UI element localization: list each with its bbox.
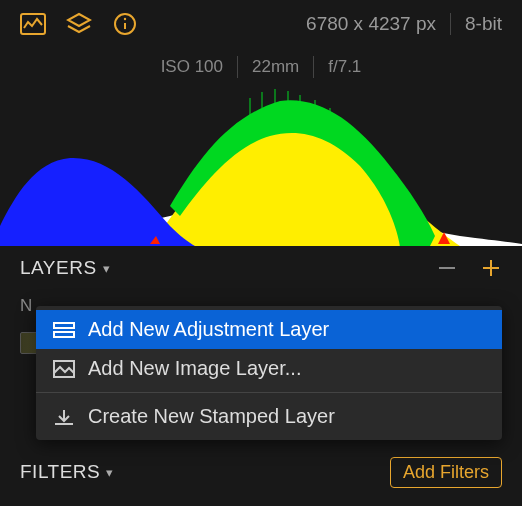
svg-point-3 — [124, 18, 126, 20]
divider — [313, 56, 314, 78]
layers-toggle[interactable]: LAYERS ▾ — [20, 257, 110, 279]
menu-separator — [36, 392, 502, 393]
exif-bar: ISO 100 22mm f/7.1 — [0, 48, 522, 86]
layers-mode-icon[interactable] — [66, 11, 92, 37]
layers-title-label: LAYERS — [20, 257, 97, 279]
info-mode-icon[interactable] — [112, 11, 138, 37]
add-layer-icon[interactable] — [480, 257, 502, 279]
svg-rect-15 — [54, 332, 74, 337]
image-layer-icon — [52, 359, 76, 379]
layers-header: LAYERS ▾ — [0, 246, 522, 290]
filters-header: FILTERS ▾ Add Filters — [0, 450, 522, 494]
exif-focal: 22mm — [252, 57, 299, 77]
top-bar-modes — [20, 11, 138, 37]
divider — [450, 13, 451, 35]
exif-aperture: f/7.1 — [328, 57, 361, 77]
filters-title-label: FILTERS — [20, 461, 100, 483]
add-filters-button[interactable]: Add Filters — [390, 457, 502, 488]
filters-toggle[interactable]: FILTERS ▾ — [20, 461, 114, 483]
menu-item-stamped-layer[interactable]: Create New Stamped Layer — [36, 397, 502, 436]
image-dimensions: 6780 x 4237 px — [306, 13, 436, 35]
image-bitdepth: 8-bit — [465, 13, 502, 35]
menu-item-label: Create New Stamped Layer — [88, 405, 335, 428]
remove-layer-icon[interactable] — [436, 257, 458, 279]
add-layer-menu: Add New Adjustment Layer Add New Image L… — [36, 306, 502, 440]
exif-iso: ISO 100 — [161, 57, 223, 77]
histogram-mode-icon[interactable] — [20, 11, 46, 37]
stamped-layer-icon — [52, 407, 76, 427]
image-info: 6780 x 4237 px 8-bit — [306, 13, 502, 35]
divider — [237, 56, 238, 78]
svg-rect-14 — [54, 323, 74, 328]
top-bar: 6780 x 4237 px 8-bit — [0, 0, 522, 48]
chevron-down-icon: ▾ — [103, 261, 111, 276]
menu-item-adjustment-layer[interactable]: Add New Adjustment Layer — [36, 310, 502, 349]
chevron-down-icon: ▾ — [106, 465, 114, 480]
menu-item-image-layer[interactable]: Add New Image Layer... — [36, 349, 502, 388]
menu-item-label: Add New Adjustment Layer — [88, 318, 329, 341]
menu-item-label: Add New Image Layer... — [88, 357, 301, 380]
adjustment-layer-icon — [52, 320, 76, 340]
histogram — [0, 86, 522, 246]
